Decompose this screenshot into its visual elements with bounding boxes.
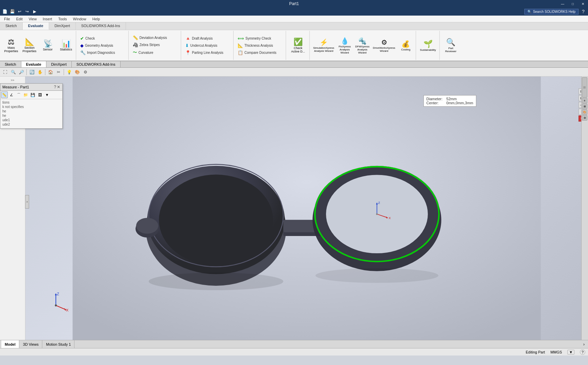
check-button[interactable]: ✔ Check bbox=[79, 35, 126, 42]
run-button[interactable]: ▶ bbox=[31, 8, 38, 15]
tab-model[interactable]: Model bbox=[1, 340, 19, 348]
tab-dimxpert-nav[interactable]: DimXpert bbox=[46, 61, 72, 67]
panel-btn-2[interactable]: ≡ bbox=[582, 98, 587, 103]
menu-help[interactable]: Help bbox=[90, 16, 103, 22]
simulationxpress-button[interactable]: ⚡ SimulationXpressAnalysis Wizard bbox=[312, 38, 335, 53]
measure-group: ⚖ MassProperties 📐 SectionProperties 📡 S… bbox=[1, 31, 76, 60]
costing-button[interactable]: 💰 Costing bbox=[397, 39, 414, 52]
panel-btn-4[interactable]: 🎨 bbox=[582, 109, 587, 115]
tab-motion-study[interactable]: Motion Study 1 bbox=[43, 340, 74, 348]
tab-addins-nav[interactable]: SOLIDWORKS Add-Ins bbox=[72, 61, 121, 67]
part-reviewer-button[interactable]: 🔍 PartReviewer bbox=[442, 37, 459, 53]
restore-button[interactable]: □ bbox=[568, 0, 578, 7]
tab-sketch[interactable]: Sketch bbox=[0, 22, 23, 30]
sidebar-expand-handle[interactable]: › bbox=[25, 195, 29, 209]
measure-close-button[interactable]: ✕ bbox=[57, 85, 60, 89]
dimension-popup: Diameter: 52mm Center: 0mm,0mm,3mm bbox=[423, 95, 476, 107]
menu-view[interactable]: View bbox=[26, 16, 40, 22]
dfmxpress-button[interactable]: 🔩 DFMXpressAnalysisWizard bbox=[354, 36, 371, 55]
measure-tool-save[interactable]: 💾 bbox=[29, 91, 36, 98]
pan-button[interactable]: ✋ bbox=[36, 68, 44, 76]
svg-point-22 bbox=[315, 268, 438, 283]
deviation-analysis-button[interactable]: 📏 Deviation Analysis bbox=[131, 35, 179, 41]
3d-viewport[interactable]: Z X Diameter: 52mm bbox=[25, 77, 588, 340]
statistics-button[interactable]: 📊 Statistics bbox=[58, 39, 74, 52]
measure-row-6: ude2 bbox=[2, 123, 60, 126]
symmetry-check-button[interactable]: ⟺ Symmetry Check bbox=[236, 35, 284, 42]
svg-text:X: X bbox=[389, 216, 391, 220]
view-orient-button[interactable]: 🏠 bbox=[47, 68, 54, 76]
measure-help-button[interactable]: ? bbox=[54, 85, 56, 89]
panel-btn-3[interactable]: ⊞ bbox=[582, 104, 587, 109]
panel-btn-5[interactable]: ⚙ bbox=[582, 115, 587, 121]
menu-tools[interactable]: Tools bbox=[56, 16, 70, 22]
help-button[interactable]: ? bbox=[580, 8, 587, 15]
geometry-analysis-button[interactable]: ◆ Geometry Analysis bbox=[79, 42, 126, 49]
svg-point-6 bbox=[136, 218, 158, 234]
center-value: 0mm,0mm,3mm bbox=[447, 101, 473, 105]
display-mode-button[interactable]: 💡 bbox=[65, 68, 73, 76]
close-button[interactable]: ✕ bbox=[578, 0, 588, 7]
import-diagnostics-button[interactable]: 🔧 Import Diagnostics bbox=[79, 49, 126, 56]
zoom-in-button[interactable]: 🔍 bbox=[9, 68, 17, 76]
tab-evaluate-nav[interactable]: Evaluate bbox=[21, 61, 46, 67]
diameter-row: Diameter: 52mm bbox=[427, 97, 473, 101]
tab-3d-views[interactable]: 3D Views bbox=[20, 340, 42, 348]
measure-tool-angle[interactable]: ∠ bbox=[8, 91, 15, 98]
section-properties-button[interactable]: 📐 SectionProperties bbox=[21, 38, 38, 53]
tab-sketch-nav[interactable]: Sketch bbox=[0, 61, 21, 67]
menu-insert[interactable]: Insert bbox=[40, 16, 55, 22]
measure-tool-folder[interactable]: 📁 bbox=[22, 91, 29, 98]
units-dropdown[interactable]: ▼ bbox=[567, 350, 574, 355]
help-status[interactable]: ? bbox=[580, 349, 585, 355]
ribbon-content: ⚖ MassProperties 📐 SectionProperties 📡 S… bbox=[0, 30, 588, 61]
appearance-button[interactable]: 🎨 bbox=[73, 68, 81, 76]
menu-file[interactable]: File bbox=[1, 16, 13, 22]
measure-tool-arc[interactable]: ⌒ bbox=[15, 91, 22, 98]
undo-button[interactable]: ↩ bbox=[16, 8, 23, 15]
sustainability-button[interactable]: 🌱 Sustainability bbox=[419, 39, 437, 52]
measure-tool-ruler[interactable]: 📏 bbox=[1, 91, 8, 98]
draft-analysis-button[interactable]: 🔺 Draft Analysis bbox=[184, 35, 231, 42]
zebra-stripes-button[interactable]: 🦓 Zebra Stripes bbox=[131, 42, 179, 48]
floworks-button[interactable]: 💧 FloXpressAnalysisWizard bbox=[336, 36, 353, 55]
svg-text:Z: Z bbox=[378, 201, 380, 205]
status-bar: Editing Part MMGS ▼ ? bbox=[0, 348, 588, 356]
axis-indicator-left: Z X bbox=[46, 292, 69, 316]
parting-line-analysis-button[interactable]: 📍 Parting Line Analysis bbox=[184, 49, 231, 56]
scene-button[interactable]: ⚙ bbox=[82, 68, 89, 76]
check-active-button[interactable]: ✅ CheckActive D... bbox=[289, 37, 307, 54]
section-view-button[interactable]: ✂ bbox=[55, 68, 62, 76]
menu-window[interactable]: Window bbox=[70, 16, 89, 22]
zoom-to-fit-button[interactable]: ⛶ bbox=[1, 68, 9, 76]
sidebar-collapse-btn[interactable]: >> bbox=[1, 78, 24, 83]
search-solidworks[interactable]: 🔍 Search SOLIDWORKS Help bbox=[524, 9, 579, 15]
rotate-button[interactable]: 🔄 bbox=[28, 68, 36, 76]
curvature-button[interactable]: 〜 Curvature bbox=[131, 49, 179, 56]
window-controls: — □ ✕ bbox=[558, 0, 588, 7]
panel-btn-1[interactable]: ||| bbox=[582, 77, 587, 98]
measure-tool-image[interactable]: 🖼 bbox=[37, 91, 43, 98]
undercut-analysis-button[interactable]: ⬇ Undercut Analysis bbox=[184, 42, 231, 49]
tab-evaluate[interactable]: Evaluate bbox=[23, 22, 49, 30]
view-toolbar: ⛶ 🔍 🔎 🔄 ✋ 🏠 ✂ 💡 🎨 ⚙ bbox=[0, 68, 588, 77]
menu-edit[interactable]: Edit bbox=[14, 16, 25, 22]
save-button[interactable]: 💾 bbox=[9, 8, 16, 15]
measure-expand[interactable]: ▼ bbox=[44, 91, 50, 98]
redo-button[interactable]: ↪ bbox=[24, 8, 30, 15]
minimize-button[interactable]: — bbox=[558, 0, 568, 7]
thickness-analysis-button[interactable]: 📐 Thickness Analysis bbox=[236, 42, 284, 49]
tab-dimxpert[interactable]: DimXpert bbox=[49, 22, 76, 30]
tab-solidworks-addins[interactable]: SOLIDWORKS Add-Ins bbox=[76, 22, 126, 30]
zoom-area-button[interactable]: 🔎 bbox=[18, 68, 25, 76]
measure-row-2: k not specifies bbox=[2, 105, 60, 109]
compare-documents-button[interactable]: 📋 Compare Documents bbox=[236, 49, 284, 56]
menu-bar: File Edit View Insert Tools Window Help bbox=[0, 16, 588, 22]
driveworksxpress-button[interactable]: ⚙ DriveWorksXpressWizard bbox=[371, 38, 396, 53]
symmetry-group: ⟺ Symmetry Check 📐 Thickness Analysis 📋 … bbox=[234, 31, 286, 60]
sensor-button[interactable]: 📡 Sensor bbox=[39, 39, 56, 52]
bottom-tab-collapse[interactable]: › bbox=[581, 341, 587, 347]
new-button[interactable]: 📄 bbox=[1, 8, 8, 15]
mass-properties-button[interactable]: ⚖ MassProperties bbox=[3, 38, 20, 53]
svg-point-3 bbox=[159, 175, 273, 265]
